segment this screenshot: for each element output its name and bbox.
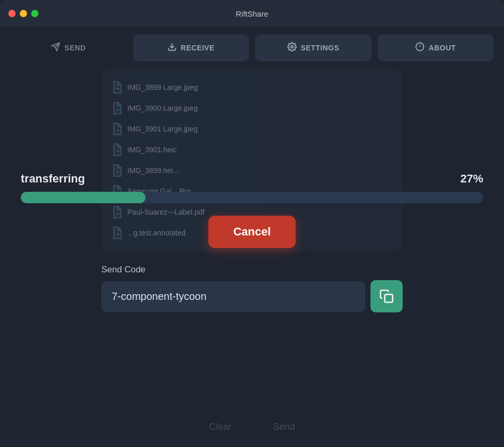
transfer-row: transferring 27% bbox=[21, 172, 483, 186]
title-bar: RiftShare bbox=[0, 0, 504, 27]
send-icon bbox=[51, 42, 60, 54]
tab-send[interactable]: SEND bbox=[10, 34, 127, 61]
bottom-actions: Clear Send bbox=[198, 417, 305, 437]
cancel-button[interactable]: Cancel bbox=[208, 216, 296, 248]
download-icon bbox=[167, 42, 177, 54]
tab-about[interactable]: ABOUT bbox=[378, 34, 494, 61]
copy-button[interactable] bbox=[370, 280, 403, 312]
send-code-row bbox=[101, 280, 403, 312]
tab-settings[interactable]: SETTINGS bbox=[255, 34, 372, 61]
window-controls bbox=[8, 10, 38, 17]
svg-rect-7 bbox=[385, 295, 393, 303]
svg-point-3 bbox=[290, 46, 293, 48]
send-code-label: Send Code bbox=[101, 265, 403, 275]
progress-bar-container bbox=[21, 192, 483, 203]
send-code-section: Send Code bbox=[101, 265, 403, 312]
transfer-status-label: transferring bbox=[21, 172, 85, 186]
transfer-section: transferring 27% bbox=[10, 172, 494, 216]
maximize-button[interactable] bbox=[31, 10, 38, 17]
overlay-area: transferring 27% Cancel Send Code bbox=[0, 69, 504, 447]
app-title: RiftShare bbox=[236, 9, 269, 18]
nav-bar: SEND RECEIVE SETTINGS ABOU bbox=[0, 27, 504, 69]
gear-icon bbox=[287, 42, 297, 54]
tab-receive[interactable]: RECEIVE bbox=[133, 34, 249, 61]
send-button[interactable]: Send bbox=[262, 417, 305, 437]
copy-icon bbox=[379, 289, 394, 304]
progress-bar-fill bbox=[21, 192, 145, 203]
clear-button[interactable]: Clear bbox=[198, 417, 242, 437]
transfer-percent-label: 27% bbox=[460, 172, 483, 186]
send-code-input[interactable] bbox=[101, 281, 365, 312]
info-icon bbox=[415, 42, 425, 54]
minimize-button[interactable] bbox=[20, 10, 27, 17]
close-button[interactable] bbox=[8, 10, 16, 17]
main-content: IMG_3899 Large.jpeg IMG_3900 Large.jpeg … bbox=[0, 69, 504, 447]
